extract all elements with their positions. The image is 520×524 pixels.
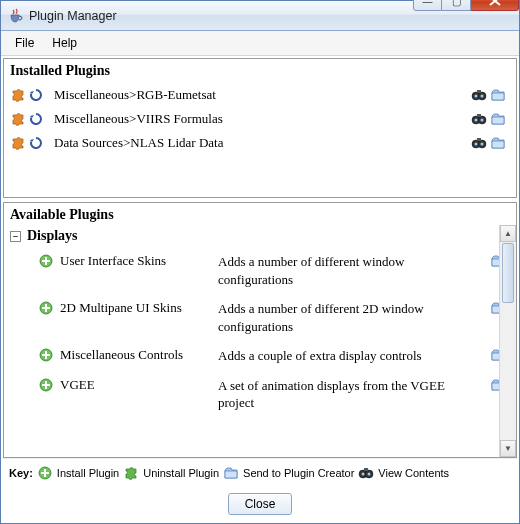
refresh-icon[interactable] (28, 87, 44, 103)
close-window-button[interactable] (471, 0, 519, 11)
scroll-up-arrow[interactable]: ▲ (500, 225, 516, 242)
close-button[interactable]: Close (228, 493, 293, 515)
footer: Close (3, 487, 517, 521)
plugin-desc: A set of animation displays from the VGE… (218, 377, 470, 412)
uninstall-icon[interactable] (10, 87, 26, 103)
installed-row: Miscellaneous>RGB-Eumetsat (8, 83, 512, 107)
refresh-icon[interactable] (28, 135, 44, 151)
install-icon (37, 465, 53, 481)
plugin-manager-window: Plugin Manager — ▢ File Help Installed P… (0, 0, 520, 524)
key-label: Key: (9, 467, 33, 479)
scroll-down-arrow[interactable]: ▼ (500, 440, 516, 457)
installed-label: Data Sources>NLAS Lidar Data (54, 135, 467, 151)
uninstall-icon[interactable] (10, 135, 26, 151)
legend-row: Key: Install Plugin Uninstall Plugin Sen… (3, 458, 517, 487)
available-plugin-row: 2D Multipane UI Skins Adds a number of d… (4, 294, 516, 341)
plugin-desc: Adds a number of different 2D window con… (218, 300, 470, 335)
plugin-name: VGEE (60, 377, 95, 393)
available-plugin-row: Miscellaneous Controls Adds a couple of … (4, 341, 516, 371)
java-app-icon (7, 8, 23, 24)
menu-help[interactable]: Help (44, 34, 85, 52)
key-install: Install Plugin (57, 467, 119, 479)
view-contents-icon[interactable] (471, 111, 487, 127)
installed-heading: Installed Plugins (4, 59, 516, 81)
window-buttons: — ▢ (413, 0, 519, 11)
install-icon[interactable] (38, 347, 54, 363)
menubar: File Help (1, 31, 519, 56)
menu-file[interactable]: File (7, 34, 42, 52)
key-uninstall: Uninstall Plugin (143, 467, 219, 479)
installed-label: Miscellaneous>VIIRS Formulas (54, 111, 467, 127)
available-plugin-row: User Interface Skins Adds a number of di… (4, 247, 516, 294)
plugin-name: User Interface Skins (60, 253, 166, 269)
install-icon[interactable] (38, 253, 54, 269)
collapse-icon[interactable]: − (10, 231, 21, 242)
available-heading: Available Plugins (4, 203, 516, 225)
key-view: View Contents (378, 467, 449, 479)
send-icon[interactable] (490, 111, 506, 127)
minimize-button[interactable]: — (413, 0, 442, 11)
key-send: Send to Plugin Creator (243, 467, 354, 479)
uninstall-icon (123, 465, 139, 481)
view-contents-icon (358, 465, 374, 481)
send-icon (223, 465, 239, 481)
view-contents-icon[interactable] (471, 135, 487, 151)
plugin-name: 2D Multipane UI Skins (60, 300, 182, 316)
scroll-thumb[interactable] (502, 243, 514, 303)
available-scroll: − Displays User Interface Skins Adds a n… (4, 225, 516, 457)
send-icon[interactable] (490, 87, 506, 103)
available-plugin-row: VGEE A set of animation displays from th… (4, 371, 516, 418)
view-contents-icon[interactable] (471, 87, 487, 103)
install-icon[interactable] (38, 377, 54, 393)
titlebar[interactable]: Plugin Manager — ▢ (1, 1, 519, 31)
uninstall-icon[interactable] (10, 111, 26, 127)
plugin-desc: Adds a number of different window config… (218, 253, 470, 288)
send-icon[interactable] (490, 135, 506, 151)
available-plugins-panel: Available Plugins − Displays User Interf… (3, 202, 517, 458)
content-area: Installed Plugins Miscellaneous>RGB-Eume… (1, 56, 519, 523)
refresh-icon[interactable] (28, 111, 44, 127)
installed-label: Miscellaneous>RGB-Eumetsat (54, 87, 467, 103)
category-row[interactable]: − Displays (4, 225, 516, 247)
window-title: Plugin Manager (29, 9, 413, 23)
plugin-name: Miscellaneous Controls (60, 347, 183, 363)
category-label: Displays (27, 228, 78, 244)
installed-row: Data Sources>NLAS Lidar Data (8, 131, 512, 155)
vertical-scrollbar[interactable]: ▲ ▼ (499, 225, 516, 457)
installed-row: Miscellaneous>VIIRS Formulas (8, 107, 512, 131)
plugin-desc: Adds a couple of extra display controls (218, 347, 470, 365)
maximize-button[interactable]: ▢ (442, 0, 471, 11)
installed-plugins-panel: Installed Plugins Miscellaneous>RGB-Eume… (3, 58, 517, 198)
installed-list: Miscellaneous>RGB-Eumetsat Miscellaneous… (4, 81, 516, 157)
install-icon[interactable] (38, 300, 54, 316)
